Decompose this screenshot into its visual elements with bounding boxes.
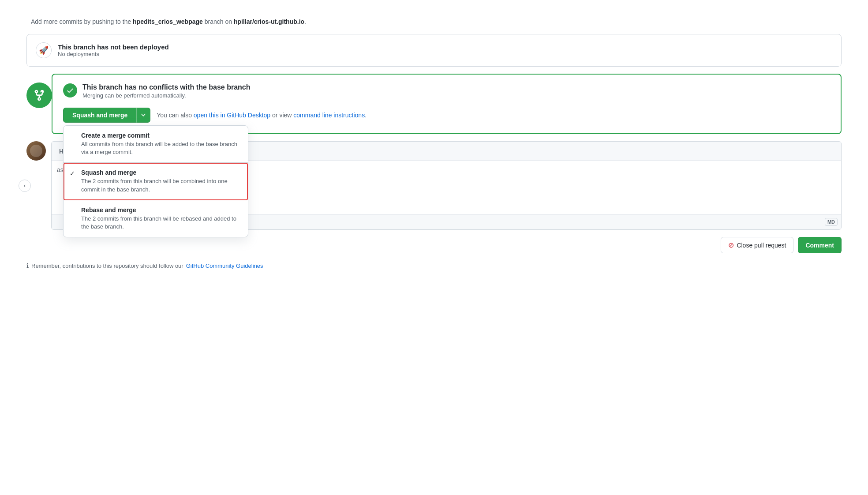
squash-merge-button[interactable]: Squash and merge [63,108,136,123]
markdown-badge: MD [825,218,838,226]
check-icon [63,83,77,98]
merge-helper-text: You can also open this in GitHub Desktop… [157,112,367,119]
merge-dropdown-menu: Create a merge commit All commits from t… [63,125,248,237]
cli-link[interactable]: command line instructions [293,112,365,119]
rocket-icon: 🚀 [36,42,52,58]
comment-actions: ⊘ Close pull request Comment [26,237,842,253]
merge-status-text: This branch has no conflicts with the ba… [82,83,251,99]
info-icon: ℹ [26,262,29,269]
bottom-note: ℹ Remember, contributions to this reposi… [26,262,842,269]
close-pr-icon: ⊘ [728,241,734,249]
merge-dropdown-button[interactable] [136,108,150,123]
deployment-text: This branch has not been deployed No dep… [58,43,169,57]
scroll-left-button[interactable]: ‹ [19,180,31,192]
checkmark-icon: ✓ [70,170,75,177]
merge-button-group: Squash and merge Create a merge commit A… [63,108,150,123]
merge-sidebar-icon [26,82,52,108]
dropdown-item-squash-merge[interactable]: ✓ Squash and merge The 2 commits from th… [64,163,248,200]
merge-section: This branch has no conflicts with the ba… [52,74,842,134]
close-pr-button[interactable]: ⊘ Close pull request [721,237,793,253]
github-desktop-link[interactable]: open this in GitHub Desktop [194,112,270,119]
comment-button[interactable]: Comment [798,237,842,253]
dropdown-item-merge-commit[interactable]: Create a merge commit All commits from t… [64,126,248,163]
avatar [26,141,46,161]
dropdown-item-rebase-merge[interactable]: Rebase and merge The 2 commits from this… [64,200,248,237]
deployment-box: 🚀 This branch has not been deployed No d… [26,34,842,67]
community-guidelines-link[interactable]: GitHub Community Guidelines [186,262,263,269]
info-bar: Add more commits by pushing to the hpedi… [26,18,842,25]
merge-button-area: Squash and merge Create a merge commit A… [63,108,830,123]
